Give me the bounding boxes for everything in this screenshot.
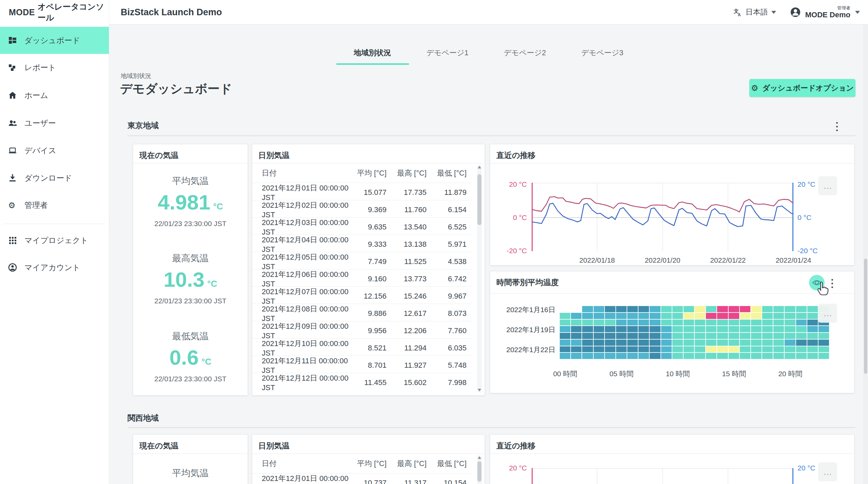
heatmap-cell[interactable] xyxy=(739,312,751,319)
heatmap-cell[interactable] xyxy=(751,346,762,353)
heatmap-cell[interactable] xyxy=(751,352,762,359)
heatmap-cell[interactable] xyxy=(728,339,739,346)
heatmap-cell[interactable] xyxy=(571,312,582,319)
sidebar-item-users[interactable]: ユーザー xyxy=(0,109,109,137)
heatmap-cell[interactable] xyxy=(694,306,706,312)
heatmap-cell[interactable] xyxy=(627,326,638,332)
sidebar-item-home[interactable]: ホーム xyxy=(0,82,109,109)
heatmap-cell[interactable] xyxy=(762,352,773,359)
heatmap-cell[interactable] xyxy=(773,352,784,359)
heatmap-cell[interactable] xyxy=(627,319,638,326)
heatmap-cell[interactable] xyxy=(784,326,795,332)
heatmap-cell[interactable] xyxy=(683,312,694,319)
heatmap-cell[interactable] xyxy=(807,339,818,346)
heatmap-cell[interactable] xyxy=(694,339,706,346)
heatmap-cell[interactable] xyxy=(739,339,751,346)
heatmap-cell[interactable] xyxy=(649,306,660,312)
table-row[interactable]: 2021年12月10日 00:00:00 JST8.52111.2946.035 xyxy=(252,338,472,356)
language-selector[interactable]: 文A 日本語 xyxy=(733,7,776,17)
heatmap-cell[interactable] xyxy=(593,306,605,312)
heatmap-cell[interactable] xyxy=(627,346,638,353)
tab-4[interactable]: デモページ3 xyxy=(564,42,641,65)
heatmap-cell[interactable] xyxy=(784,306,795,312)
heatmap-cell[interactable] xyxy=(728,319,739,326)
heatmap-cell[interactable] xyxy=(739,319,751,326)
heatmap-cell[interactable] xyxy=(638,312,649,319)
heatmap-cell[interactable] xyxy=(571,339,582,346)
heatmap-cell[interactable] xyxy=(672,312,683,319)
heatmap-cell[interactable] xyxy=(706,346,717,353)
table-row[interactable]: 2021年12月12日 00:00:00 JST11.45515.6027.99… xyxy=(252,373,472,390)
heatmap-cell[interactable] xyxy=(605,339,616,346)
heatmap-cell[interactable] xyxy=(672,332,683,339)
heatmap-cell[interactable] xyxy=(559,346,571,353)
heatmap-cell[interactable] xyxy=(559,312,571,319)
heatmap-cell[interactable] xyxy=(796,346,807,353)
heatmap-cell[interactable] xyxy=(683,306,694,312)
heatmap-cell[interactable] xyxy=(694,319,706,326)
heatmap-cell[interactable] xyxy=(818,352,829,359)
heatmap-cell[interactable] xyxy=(605,319,616,326)
heatmap-cell[interactable] xyxy=(661,346,672,353)
heatmap-cell[interactable] xyxy=(773,306,784,312)
heatmap-cell[interactable] xyxy=(751,332,762,339)
heatmap-cell[interactable] xyxy=(694,346,706,353)
table-row[interactable]: 2021年12月09日 00:00:00 JST9.95612.2067.760 xyxy=(252,321,472,338)
table-row[interactable]: 2021年12月03日 00:00:00 JST9.63513.5406.525 xyxy=(252,217,472,235)
sidebar-item-dashboard[interactable]: ダッシュボード xyxy=(0,27,109,54)
heatmap-cell[interactable] xyxy=(559,319,571,326)
dashboard-options-button[interactable]: ⚙ ダッシュボードオプション xyxy=(749,79,855,97)
heatmap-cell[interactable] xyxy=(593,319,605,326)
heatmap-cell[interactable] xyxy=(706,312,717,319)
heatmap-cell[interactable] xyxy=(717,319,728,326)
heatmap-cell[interactable] xyxy=(593,346,605,353)
heatmap-cell[interactable] xyxy=(818,346,829,353)
scrollbar-thumb[interactable] xyxy=(864,259,867,374)
heatmap-cell[interactable] xyxy=(784,312,795,319)
heatmap-cell[interactable] xyxy=(762,319,773,326)
heatmap-cell[interactable] xyxy=(773,332,784,339)
heatmap-cell[interactable] xyxy=(593,339,605,346)
heatmap-cell[interactable] xyxy=(593,332,605,339)
heatmap-cell[interactable] xyxy=(807,346,818,353)
heatmap-cell[interactable] xyxy=(605,312,616,319)
heatmap-cell[interactable] xyxy=(717,339,728,346)
heatmap-cell[interactable] xyxy=(616,339,627,346)
card-menu-kebab-icon[interactable] xyxy=(831,279,833,288)
scrollbar-thumb[interactable] xyxy=(477,174,481,225)
heatmap-cell[interactable] xyxy=(627,312,638,319)
sidebar-item-admin[interactable]: ⚙管理者 xyxy=(0,191,109,219)
heatmap-cell[interactable] xyxy=(661,332,672,339)
scrollbar-thumb[interactable] xyxy=(477,461,481,482)
heatmap-cell[interactable] xyxy=(605,332,616,339)
heatmap-cell[interactable] xyxy=(773,326,784,332)
heatmap-cell[interactable] xyxy=(717,306,728,312)
heatmap-cell[interactable] xyxy=(582,339,593,346)
heatmap-cell[interactable] xyxy=(784,332,795,339)
heatmap-cell[interactable] xyxy=(616,346,627,353)
heatmap-cell[interactable] xyxy=(796,332,807,339)
heatmap-cell[interactable] xyxy=(616,306,627,312)
heatmap-cell[interactable] xyxy=(661,312,672,319)
chart-more-button[interactable]: … xyxy=(818,462,837,481)
heatmap-cell[interactable] xyxy=(773,319,784,326)
heatmap-cell[interactable] xyxy=(762,312,773,319)
heatmap-cell[interactable] xyxy=(683,332,694,339)
heatmap-cell[interactable] xyxy=(717,326,728,332)
sidebar-item-download[interactable]: ダウンロード xyxy=(0,164,109,191)
heatmap-cell[interactable] xyxy=(807,326,818,332)
heatmap-cell[interactable] xyxy=(728,346,739,353)
app-logo[interactable]: MODE オペレータコンソール xyxy=(0,0,109,24)
heatmap-cell[interactable] xyxy=(807,352,818,359)
heatmap-cell[interactable] xyxy=(796,312,807,319)
heatmap-cell[interactable] xyxy=(773,346,784,353)
heatmap-cell[interactable] xyxy=(796,339,807,346)
heatmap-cell[interactable] xyxy=(796,326,807,332)
heatmap-cell[interactable] xyxy=(739,326,751,332)
heatmap-cell[interactable] xyxy=(616,326,627,332)
heatmap-cell[interactable] xyxy=(571,319,582,326)
page-scrollbar[interactable] xyxy=(863,0,868,484)
heatmap-cell[interactable] xyxy=(605,352,616,359)
chart-more-button[interactable]: … xyxy=(818,304,837,323)
heatmap-cell[interactable] xyxy=(706,326,717,332)
